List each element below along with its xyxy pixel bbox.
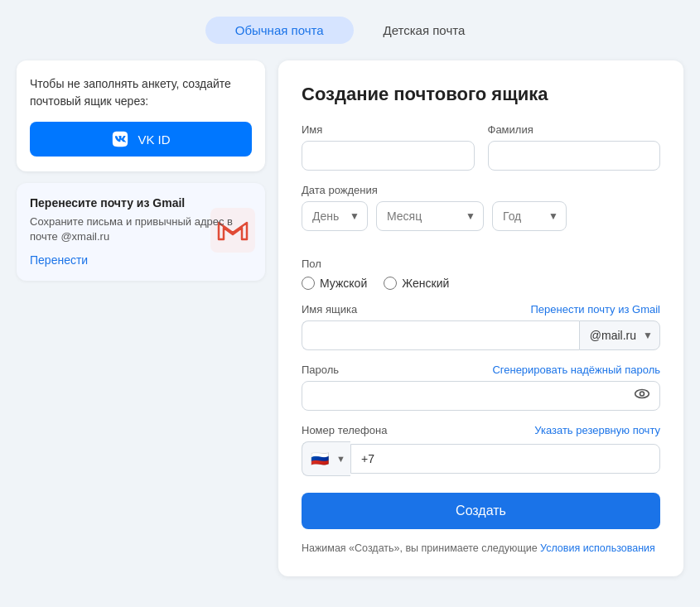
year-select-wrap: Год ▼	[492, 201, 567, 231]
male-radio[interactable]	[302, 277, 315, 290]
name-group: Имя	[302, 123, 475, 171]
day-select-wrap: День ▼	[302, 201, 368, 231]
password-input-wrap	[302, 381, 660, 411]
svg-point-1	[635, 390, 649, 398]
mailbox-label: Имя ящика	[302, 303, 357, 316]
tab-regular[interactable]: Обычная почта	[205, 17, 354, 44]
form-title: Создание почтового ящика	[302, 84, 660, 105]
domain-select[interactable]: @mail.ru ▼	[579, 320, 660, 350]
vk-id-button[interactable]: VK ID	[30, 122, 252, 157]
year-select[interactable]: Год	[492, 201, 567, 231]
gmail-card: Перенесите почту из Gmail Сохраните пись…	[17, 183, 265, 281]
terms-link[interactable]: Условия использования	[540, 542, 655, 554]
create-button[interactable]: Создать	[302, 493, 660, 529]
phone-label-row: Номер телефона Указать резервную почту	[302, 424, 660, 436]
promo-card: Чтобы не заполнять анкету, создайте почт…	[17, 60, 265, 171]
date-row: День ▼ Месяц ▼ Год ▼	[302, 201, 660, 231]
mailbox-input-row: @mail.ru ▼	[302, 320, 660, 350]
birthdate-label: Дата рождения	[302, 184, 660, 196]
eye-icon[interactable]	[634, 386, 650, 407]
phone-input[interactable]	[350, 444, 660, 474]
flag-icon: 🇷🇺	[311, 450, 329, 468]
day-select[interactable]: День	[302, 201, 368, 231]
surname-group: Фамилия	[488, 123, 661, 171]
month-select[interactable]: Месяц	[376, 201, 484, 231]
country-arrow-icon: ▼	[336, 454, 345, 464]
mailbox-input[interactable]	[302, 320, 579, 350]
password-label: Пароль	[302, 364, 339, 376]
vk-btn-label: VK ID	[138, 132, 170, 147]
name-label: Имя	[302, 123, 475, 136]
gmail-transfer-link[interactable]: Перенести	[30, 253, 88, 267]
phone-label: Номер телефона	[302, 424, 387, 436]
name-surname-row: Имя Фамилия	[302, 123, 660, 171]
terms-text-container: Нажимая «Создать», вы принимаете следующ…	[302, 541, 660, 556]
reserve-email-link[interactable]: Указать резервную почту	[534, 424, 660, 436]
gmail-card-content: Перенесите почту из Gmail Сохраните пись…	[30, 196, 252, 267]
female-radio[interactable]	[384, 277, 397, 290]
terms-prefix: Нажимая «Создать», вы принимаете следующ…	[302, 542, 540, 554]
gender-group: Пол Мужской Женский	[302, 258, 660, 290]
phone-input-row: 🇷🇺 ▼	[302, 441, 660, 476]
name-input[interactable]	[302, 141, 475, 171]
mailbox-group: Имя ящика Перенести почту из Gmail @mail…	[302, 303, 660, 350]
radio-group: Мужской Женский	[302, 277, 660, 290]
tab-navigation: Обычная почта Детская почта	[205, 17, 495, 44]
male-label: Мужской	[320, 277, 367, 290]
surname-label: Фамилия	[488, 123, 661, 136]
password-input[interactable]	[302, 381, 660, 411]
mailbox-label-row: Имя ящика Перенести почту из Gmail	[302, 303, 660, 316]
password-group: Пароль Сгенерировать надёжный пароль	[302, 364, 660, 411]
svg-point-2	[640, 392, 644, 396]
vk-icon	[111, 130, 129, 148]
phone-group: Номер телефона Указать резервную почту 🇷…	[302, 424, 660, 476]
mailbox-gmail-link[interactable]: Перенести почту из Gmail	[530, 303, 660, 316]
month-select-wrap: Месяц ▼	[376, 201, 484, 231]
registration-form-panel: Создание почтового ящика Имя Фамилия Дат…	[278, 60, 683, 576]
birthdate-group: Дата рождения День ▼ Месяц ▼ Год	[302, 184, 660, 244]
female-label: Женский	[402, 277, 449, 290]
generate-password-link[interactable]: Сгенерировать надёжный пароль	[492, 364, 660, 376]
promo-text: Чтобы не заполнять анкету, создайте почт…	[30, 75, 252, 110]
surname-input[interactable]	[488, 141, 661, 171]
country-select[interactable]: 🇷🇺 ▼	[302, 441, 350, 476]
left-panel: Чтобы не заполнять анкету, создайте почт…	[17, 60, 265, 281]
main-layout: Чтобы не заполнять анкету, создайте почт…	[17, 60, 683, 576]
gender-label: Пол	[302, 258, 660, 270]
male-option[interactable]: Мужской	[302, 277, 367, 290]
password-label-row: Пароль Сгенерировать надёжный пароль	[302, 364, 660, 376]
tab-kids[interactable]: Детская почта	[354, 17, 495, 44]
gmail-card-title: Перенесите почту из Gmail	[30, 196, 252, 210]
female-option[interactable]: Женский	[384, 277, 449, 290]
domain-arrow-icon: ▼	[643, 330, 653, 341]
domain-text: @mail.ru	[590, 329, 636, 342]
gmail-card-description: Сохраните письма и привычный адрес в поч…	[30, 214, 252, 244]
